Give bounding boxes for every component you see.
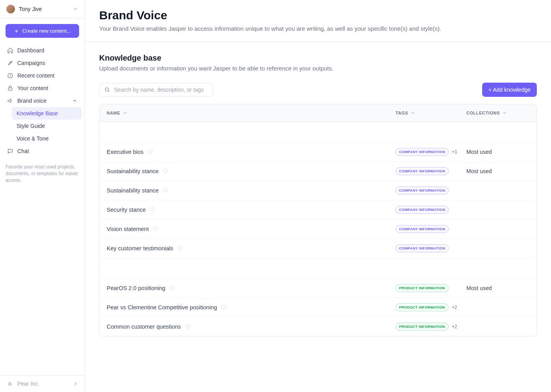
cell-tags: COMPANY INFORMATION+1 [396,148,466,156]
table-row[interactable]: Sustainability stanceCOMPANY INFORMATION… [100,162,536,181]
table-body: Executive biosCOMPANY INFORMATION+1Most … [100,122,536,336]
knowledge-item-name: Vision statement [107,226,149,232]
info-icon[interactable] [153,226,158,233]
chat-icon [7,148,13,154]
table-row[interactable]: Common customer questionsPRODUCT INFORMA… [100,317,536,336]
nav-recent[interactable]: Recent content [3,69,81,82]
table-header: NAME TAGS COLLECTIONS [100,104,536,122]
user-menu[interactable]: Tony Jive [0,0,85,18]
info-icon[interactable] [150,207,155,213]
chevron-down-icon [410,111,415,115]
primary-nav: Dashboard Campaigns Recent content Your … [0,42,85,160]
nav-chat[interactable]: Chat [3,145,81,157]
info-icon[interactable] [221,304,226,311]
knowledge-item-name: Common customer questions [107,324,181,330]
cell-tags: COMPANY INFORMATION [396,187,466,194]
table-row[interactable]: Executive biosCOMPANY INFORMATION+1Most … [100,142,536,162]
megaphone-icon [7,98,13,104]
table-row[interactable]: Security stanceCOMPANY INFORMATION [100,200,536,220]
tag-pill[interactable]: COMPANY INFORMATION [396,244,449,252]
cell-collection: Most used [466,149,529,155]
search-input[interactable] [114,87,208,93]
create-content-button[interactable]: Create new content... [6,24,79,38]
subnav-style-guide[interactable]: Style Guide [12,120,81,132]
table-row[interactable]: Key customer testimonialsCOMPANY INFORMA… [100,239,536,258]
cell-tags: PRODUCT INFORMATION+2 [396,323,466,331]
cell-name: Security stance [107,207,396,213]
cell-name: Vision statement [107,226,396,233]
tag-pill[interactable]: PRODUCT INFORMATION [396,303,449,311]
cell-collection: Most used [466,285,529,291]
lock-icon [7,85,13,91]
favorites-hint: Favorite your most used projects, docume… [6,164,79,183]
tag-pill[interactable]: COMPANY INFORMATION [396,206,449,214]
knowledge-toolbar: + Add knowledge [99,83,537,97]
table-row[interactable]: Pear vs Clementine Competitive positioni… [100,298,536,317]
table-row[interactable]: Sustainability stanceCOMPANY INFORMATION [100,181,536,200]
search-box[interactable] [99,83,213,96]
user-name: Tony Jive [19,6,69,12]
cell-name: Common customer questions [107,324,396,330]
nav-campaigns[interactable]: Campaigns [3,57,81,69]
subnav-voice-tone[interactable]: Voice & Tone [12,132,81,145]
info-icon[interactable] [185,324,190,330]
cell-tags: COMPANY INFORMATION [396,225,466,233]
knowledge-base-section: Knowledge base Upload documents or infor… [85,42,551,337]
cell-name: Sustainability stance [107,168,396,175]
section-description: Upload documents or information you want… [99,65,537,72]
knowledge-item-name: Pear vs Clementine Competitive positioni… [107,304,217,311]
tag-pill[interactable]: COMPANY INFORMATION [396,187,449,194]
info-icon[interactable] [163,187,168,194]
knowledge-table: NAME TAGS COLLECTIONS Executive biosCOMP… [99,104,537,337]
table-row[interactable]: Vision statementCOMPANY INFORMATION [100,220,536,239]
svg-point-2 [11,62,11,63]
page-title: Brand Voice [99,9,537,22]
tag-pill[interactable]: COMPANY INFORMATION [396,148,449,156]
tag-overflow-count[interactable]: +2 [452,305,457,310]
table-group-gap [100,258,536,279]
nav-your-content[interactable]: Your content [3,82,81,94]
page-header: Brand Voice Your Brand Voice enables Jas… [85,0,551,42]
nav-dashboard[interactable]: Dashboard [3,44,81,57]
avatar [6,5,15,13]
cell-tags: PRODUCT INFORMATION+2 [396,303,466,311]
tag-overflow-count[interactable]: +1 [452,149,457,155]
cell-name: PearOS 2.0 positioning [107,285,396,292]
org-switcher[interactable]: Pear Inc. [0,375,85,392]
column-header-name[interactable]: NAME [107,111,396,115]
table-row[interactable]: PearOS 2.0 positioningPRODUCT INFORMATIO… [100,279,536,298]
org-name: Pear Inc. [17,381,39,387]
chevron-up-icon [72,98,78,104]
tag-pill[interactable]: PRODUCT INFORMATION [396,284,449,292]
svg-point-5 [105,88,108,91]
main-content: Brand Voice Your Brand Voice enables Jas… [85,0,551,392]
chevron-down-icon [502,111,507,115]
cell-name: Sustainability stance [107,187,396,194]
cell-tags: COMPANY INFORMATION [396,244,466,252]
cell-name: Key customer testimonials [107,245,396,252]
column-header-tags[interactable]: TAGS [396,111,466,115]
info-icon[interactable] [148,149,153,155]
home-icon [7,47,13,54]
tag-pill[interactable]: PRODUCT INFORMATION [396,323,449,331]
tag-pill[interactable]: COMPANY INFORMATION [396,225,449,233]
table-group-gap [100,122,536,142]
tag-pill[interactable]: COMPANY INFORMATION [396,167,449,175]
column-header-collections[interactable]: COLLECTIONS [466,111,529,115]
nav-brand-voice[interactable]: Brand voice [3,94,81,107]
add-knowledge-button[interactable]: + Add knowledge [482,83,537,97]
pear-icon [6,380,13,387]
subnav-knowledge-base[interactable]: Knowledge Base [12,107,81,120]
knowledge-item-name: Executive bios [107,149,144,155]
chevron-right-icon [73,381,78,386]
svg-rect-4 [8,88,12,90]
info-icon[interactable] [169,285,175,292]
rocket-icon [7,60,13,66]
knowledge-item-name: Key customer testimonials [107,245,173,251]
knowledge-item-name: PearOS 2.0 positioning [107,285,165,291]
tag-overflow-count[interactable]: +2 [452,324,457,329]
info-icon[interactable] [177,245,183,252]
info-icon[interactable] [163,168,168,175]
knowledge-item-name: Security stance [107,207,146,213]
plus-icon [14,28,19,34]
